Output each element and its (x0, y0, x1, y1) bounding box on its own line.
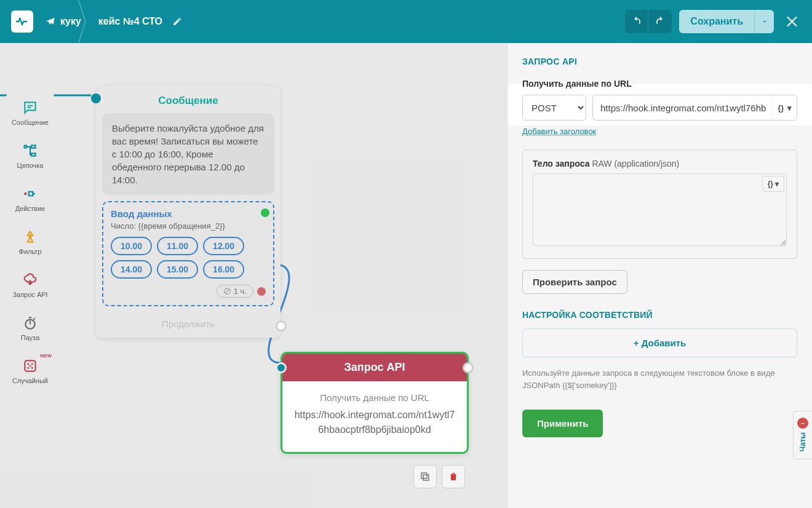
topbar: куку кейс №4 СТО Сохранить (0, 0, 812, 43)
node-api-title: Запрос API (344, 361, 405, 373)
node-message-title: Сообщение (96, 86, 281, 113)
dice-icon (22, 358, 38, 374)
svg-point-3 (24, 192, 26, 195)
chip[interactable]: 14.00 (111, 260, 152, 279)
redo-button[interactable] (648, 10, 672, 33)
svg-rect-4 (29, 192, 33, 196)
filter-icon (22, 229, 38, 245)
node-message-body: Выберите пожалуйста удобное для вас врем… (102, 113, 274, 195)
continue-row: Продолжить (96, 314, 281, 338)
continue-label: Продолжить (162, 319, 215, 329)
add-mapping-button[interactable]: + Добавить (522, 328, 797, 357)
mapping-heading: НАСТРОЙКА СООТВЕТСТВИЙ (522, 310, 797, 320)
http-method-select[interactable]: POST (522, 95, 586, 121)
url-section-label: Получить данные по URL (522, 79, 797, 89)
delete-button[interactable] (442, 465, 465, 488)
svg-point-10 (31, 367, 33, 369)
breadcrumb-parent-label: куку (60, 16, 81, 27)
telegram-icon (46, 17, 55, 26)
undo-icon (631, 16, 642, 27)
braces-label: {} (768, 180, 773, 188)
pencil-icon[interactable] (172, 17, 182, 26)
request-body-box: Тело запроса RAW (application/json) {} ▾ (522, 149, 797, 259)
close-button[interactable] (785, 14, 801, 30)
save-button[interactable]: Сохранить (679, 10, 754, 33)
chip[interactable]: 16.00 (203, 260, 244, 279)
tool-label: Действие (15, 205, 45, 212)
node-api-body: Получить данные по URL https://hook.inte… (282, 381, 467, 452)
node-api-subtitle: Получить данные по URL (293, 391, 456, 405)
input-subtitle: Число: {{время обращения_2}} (111, 221, 266, 231)
body-textarea-wrap: {} ▾ (533, 173, 787, 248)
body-braces-button[interactable]: {} ▾ (762, 176, 784, 192)
chip[interactable]: 12.00 (203, 237, 244, 255)
input-title: Ввод данных (111, 208, 266, 219)
save-group: Сохранить (679, 10, 774, 33)
canvas-overlay: Сообщение Цепочка Действие Фильтр Запрос… (0, 43, 507, 508)
topbar-actions: Сохранить (625, 10, 801, 33)
chain-icon (22, 143, 38, 159)
cloud-api-icon (22, 272, 38, 288)
tool-chain[interactable]: Цепочка (6, 135, 54, 176)
tool-random[interactable]: NEW Случайный (6, 351, 54, 391)
tool-label: Фильтр (19, 248, 42, 255)
redo-icon (655, 16, 666, 27)
new-badge: NEW (40, 353, 52, 359)
pulse-icon (15, 15, 29, 28)
tool-label: Пауза (21, 334, 40, 341)
app-logo[interactable] (11, 10, 33, 33)
save-caret[interactable] (754, 10, 774, 33)
tool-label: Случайный (12, 377, 48, 384)
url-input-wrap: {} ▾ (592, 95, 797, 121)
copy-icon (420, 471, 431, 482)
check-request-button[interactable]: Проверить запрос (522, 270, 627, 294)
timeout-outport[interactable] (257, 287, 266, 296)
chats-tab[interactable]: – Чаты (793, 411, 812, 459)
timeout-row: 1 ч. (111, 285, 266, 298)
node-api-inport[interactable] (276, 362, 287, 373)
tool-action[interactable]: Действие (6, 178, 54, 219)
node-api-url: https://hook.integromat.com/nt1wytl76hba… (293, 408, 456, 437)
breadcrumb-parent[interactable]: куку (46, 16, 81, 27)
tool-message[interactable]: Сообщение (6, 92, 54, 133)
node-api-outport[interactable] (463, 362, 474, 373)
breadcrumb-title: кейс №4 СТО (98, 16, 162, 27)
braces-button[interactable]: {} ▾ (772, 95, 797, 120)
node-message[interactable]: Сообщение Выберите пожалуйста удобное дл… (96, 86, 281, 338)
add-header-link[interactable]: Добавить заголовок (522, 127, 596, 136)
braces-label: {} (778, 103, 784, 113)
chevron-down-icon (761, 18, 768, 25)
input-chips: 10.00 11.00 12.00 14.00 15.00 16.00 (111, 237, 266, 279)
undo-button[interactable] (625, 10, 648, 33)
node-api[interactable]: Запрос API Получить данные по URL https:… (281, 352, 469, 454)
node-input-block: Ввод данных Число: {{время обращения_2}}… (102, 201, 274, 306)
chip[interactable]: 10.00 (111, 237, 152, 255)
tool-label: Запрос API (12, 291, 47, 298)
tool-filter[interactable]: Фильтр (6, 221, 54, 262)
chip[interactable]: 15.00 (157, 260, 198, 279)
svg-point-11 (29, 365, 31, 367)
url-input[interactable] (592, 95, 797, 121)
body-textarea[interactable] (533, 173, 787, 246)
apply-button[interactable]: Применить (522, 410, 603, 437)
node-input-outport[interactable] (261, 208, 269, 217)
tool-label: Цепочка (17, 162, 44, 169)
svg-point-0 (24, 145, 26, 148)
timeout-pill[interactable]: 1 ч. (217, 285, 253, 298)
node-inport[interactable] (91, 93, 101, 103)
block-icon (223, 287, 231, 295)
tool-pause[interactable]: Пауза (6, 308, 54, 348)
body-label: Тело запроса RAW (application/json) (533, 159, 787, 169)
tool-api[interactable]: Запрос API (6, 264, 54, 305)
url-row: POST {} ▾ (522, 95, 797, 121)
tool-label: Сообщение (12, 119, 49, 126)
body-label-hint: RAW (application/json) (592, 159, 679, 169)
continue-outport[interactable] (276, 320, 287, 331)
duplicate-button[interactable] (413, 465, 437, 488)
node-api-titlebar: Запрос API (282, 354, 467, 381)
svg-point-9 (27, 367, 29, 369)
right-panel: ЗАПРОС API Получить данные по URL POST {… (507, 43, 812, 508)
timeout-value: 1 ч. (234, 287, 247, 296)
chip[interactable]: 11.00 (157, 237, 198, 255)
action-icon (22, 186, 38, 202)
